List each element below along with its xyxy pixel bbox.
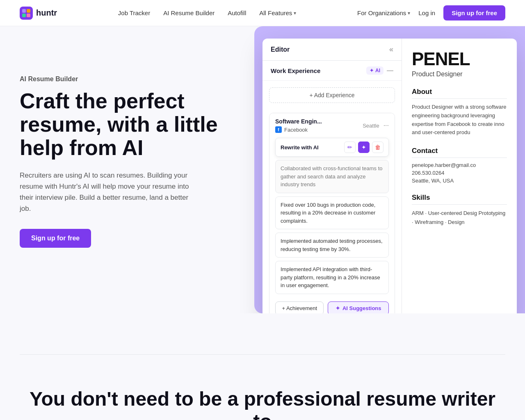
bullet-draft: Collaborated with cross-functional teams…	[275, 160, 389, 193]
bottom-title: You don't need to be a professional resu…	[20, 388, 505, 420]
hero-subtitle: Recruiters are using AI to scan resumes.…	[20, 170, 200, 215]
edit-button[interactable]: ✏	[344, 142, 356, 153]
job-tracker-link[interactable]: Job Tracker	[118, 9, 150, 16]
facebook-icon: f	[275, 126, 282, 133]
experience-item: Software Engin... f Facebook Seattle ···	[269, 113, 395, 313]
resume-about-text: Product Designer with a strong software …	[412, 103, 507, 137]
ai-rewrite-button[interactable]: ✦	[358, 142, 370, 153]
hero-title: Craft the perfect resume, with a little …	[20, 89, 233, 160]
rewrite-label: Rewrite with AI	[281, 144, 319, 151]
exp-location: Seattle	[363, 123, 379, 129]
hero-mockup: Editor « Work Experience ✦ AI —	[254, 26, 525, 313]
section-actions: ✦ AI —	[366, 66, 393, 75]
sparkle-icon: ✦	[370, 68, 374, 73]
all-features-link[interactable]: All Features ▾	[259, 9, 296, 16]
svg-rect-4	[27, 14, 30, 17]
resume-panel: PENEL Product Designer About Product Des…	[402, 39, 517, 313]
logo-text: huntr	[36, 8, 57, 18]
rewrite-actions: ✏ ✦ 🗑	[344, 142, 383, 153]
achievement-bullet-3: Implemented API integration with third-p…	[275, 261, 389, 294]
svg-rect-2	[27, 9, 30, 13]
resume-skills-text: ARM · User-centered Desig Prototyping · …	[412, 209, 507, 227]
resume-role: Product Designer	[412, 71, 507, 78]
mockup-inner: Editor « Work Experience ✦ AI —	[262, 39, 517, 313]
resume-skills-title: Skills	[412, 194, 507, 205]
exp-company: f Facebook	[275, 126, 322, 133]
signup-button[interactable]: Sign up for free	[443, 5, 505, 21]
mockup-background: Editor « Work Experience ✦ AI —	[254, 26, 525, 313]
login-link[interactable]: Log in	[418, 9, 435, 16]
add-experience-button[interactable]: + Add Experience	[269, 87, 395, 103]
hero-signup-button[interactable]: Sign up for free	[20, 229, 91, 248]
hero-section: AI Resume Builder Craft the perfect resu…	[0, 26, 525, 313]
bottom-actions: + Achievement ✦ AI Suggestions	[269, 297, 395, 314]
ai-badge[interactable]: ✦ AI	[366, 66, 383, 75]
for-organizations-link[interactable]: For Organizations ▾	[357, 9, 410, 16]
more-options-icon[interactable]: ···	[383, 122, 389, 129]
delete-button[interactable]: 🗑	[372, 142, 383, 153]
svg-rect-1	[22, 9, 26, 13]
achievement-bullet-2: Implemented automated testing processes,…	[275, 233, 389, 258]
resume-contact-title: Contact	[412, 147, 507, 158]
resume-name: PENEL	[412, 50, 507, 68]
editor-panel: Editor « Work Experience ✦ AI —	[262, 39, 402, 313]
experience-header: Software Engin... f Facebook Seattle ···	[269, 113, 395, 138]
rewrite-popup: Rewrite with AI ✏ ✦ 🗑	[275, 138, 389, 157]
navbar: huntr Job Tracker AI Resume Builder Auto…	[0, 0, 525, 26]
collapse-icon[interactable]: «	[389, 45, 393, 54]
bottom-section: You don't need to be a professional resu…	[0, 355, 525, 420]
chevron-down-icon: ▾	[408, 10, 410, 16]
hero-tag: AI Resume Builder	[20, 75, 233, 83]
achievement-bullet-1: Fixed over 100 bugs in production code, …	[275, 196, 389, 230]
ai-suggestions-button[interactable]: ✦ AI Suggestions	[328, 301, 389, 314]
company-name: Facebook	[284, 127, 308, 133]
hero-left: AI Resume Builder Craft the perfect resu…	[20, 59, 233, 248]
section-header: Work Experience ✦ AI —	[262, 61, 402, 81]
add-achievement-button[interactable]: + Achievement	[275, 301, 324, 314]
exp-title: Software Engin...	[275, 118, 322, 125]
section-collapse-icon[interactable]: —	[387, 67, 393, 74]
svg-rect-3	[22, 14, 26, 17]
resume-about-title: About	[412, 88, 507, 99]
editor-title: Editor	[271, 46, 290, 53]
section-title: Work Experience	[271, 67, 320, 74]
ai-resume-builder-link[interactable]: AI Resume Builder	[163, 9, 215, 16]
chevron-down-icon: ▾	[294, 10, 296, 16]
exp-left: Software Engin... f Facebook	[275, 118, 322, 133]
resume-email: penelope.harber@gmail.co	[412, 162, 507, 168]
logo[interactable]: huntr	[20, 7, 57, 20]
nav-right: For Organizations ▾ Log in Sign up for f…	[357, 5, 505, 21]
resume-location: Seattle, WA, USA	[412, 178, 507, 184]
svg-rect-0	[20, 7, 33, 20]
resume-phone: 206.530.0264	[412, 170, 507, 176]
nav-links: Job Tracker AI Resume Builder Autofill A…	[118, 9, 297, 16]
autofill-link[interactable]: Autofill	[228, 9, 246, 16]
editor-header: Editor «	[262, 39, 402, 61]
ai-suggestions-icon: ✦	[336, 305, 340, 311]
